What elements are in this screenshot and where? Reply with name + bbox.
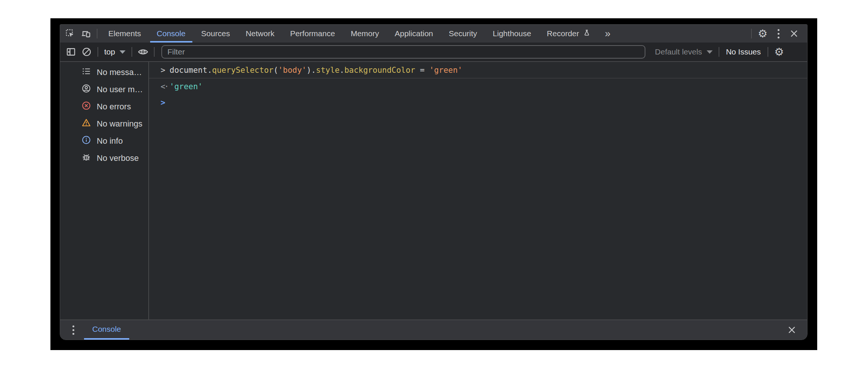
drawer-kebab-icon [66, 325, 80, 335]
tabbar-right-controls: ⚙ [748, 25, 807, 43]
console-main: No messa… No user m… [60, 62, 807, 319]
eye-icon [137, 46, 149, 57]
prompt-chevron-icon: > [161, 98, 170, 107]
tab-application[interactable]: Application [387, 25, 441, 43]
close-icon [789, 29, 799, 38]
divider [97, 47, 98, 57]
console-settings-button[interactable]: ⚙ [771, 47, 787, 57]
customize-kebab-icon [778, 29, 779, 38]
clear-console-icon [81, 47, 92, 57]
divider [768, 47, 768, 57]
issues-counter[interactable]: No Issues [722, 47, 765, 56]
error-icon [81, 101, 91, 113]
filter-input[interactable] [161, 45, 645, 59]
console-sidebar-toggle-icon [66, 47, 76, 57]
settings-gear-icon: ⚙ [758, 28, 768, 39]
drawer-right-controls [784, 320, 807, 340]
divider [97, 29, 97, 38]
drawer-close-icon [787, 325, 797, 335]
sidebar-item-info[interactable]: No info [60, 132, 148, 150]
page: Elements Console Sources Network Perform… [0, 0, 868, 365]
chevron-down-icon [707, 50, 713, 54]
settings-gear-icon: ⚙ [774, 47, 784, 57]
divider [154, 47, 155, 57]
sidebar-item-verbose[interactable]: No verbose [60, 150, 148, 167]
drawer-close-button[interactable] [784, 325, 800, 335]
window-frame: Elements Console Sources Network Perform… [50, 18, 817, 350]
tab-console[interactable]: Console [149, 25, 193, 43]
console-messages: > document.querySelector('body').style.b… [149, 62, 807, 319]
sidebar-item-errors[interactable]: No errors [60, 98, 148, 115]
user-messages-icon [81, 84, 91, 96]
customize-devtools-button[interactable] [771, 25, 786, 43]
device-toolbar-button[interactable] [78, 25, 94, 43]
console-command-row: > document.querySelector('body').style.b… [149, 62, 807, 78]
result-arrow-icon: <· [161, 82, 170, 91]
tab-network[interactable]: Network [238, 25, 282, 43]
chevron-down-icon [120, 50, 125, 54]
settings-button[interactable]: ⚙ [755, 25, 771, 43]
device-toolbar-icon [81, 28, 91, 39]
console-sidebar: No messa… No user m… [60, 62, 149, 319]
close-devtools-button[interactable] [786, 25, 802, 43]
inspect-cursor-icon [65, 28, 75, 39]
divider [751, 29, 752, 38]
clear-console-button[interactable] [79, 47, 94, 57]
tab-elements[interactable]: Elements [100, 25, 149, 43]
divider [131, 47, 132, 57]
live-expression-button[interactable] [135, 46, 151, 57]
tab-memory[interactable]: Memory [343, 25, 387, 43]
chevron-double-right-icon: » [605, 28, 610, 40]
tab-performance[interactable]: Performance [282, 25, 343, 43]
console-prompt-row[interactable]: > [149, 94, 807, 110]
flask-icon [583, 29, 591, 39]
tab-recorder[interactable]: Recorder [539, 25, 599, 43]
tab-security[interactable]: Security [441, 25, 485, 43]
verbose-bug-icon [81, 152, 91, 164]
drawer-menu-button[interactable] [65, 320, 81, 340]
divider [719, 47, 719, 57]
console-result-row: <· 'green' [149, 78, 807, 94]
console-toolbar: top Default levels [60, 43, 807, 62]
log-levels-selector[interactable]: Default levels [652, 47, 716, 56]
console-sidebar-toggle-button[interactable] [63, 47, 79, 57]
list-messages-icon [81, 66, 91, 78]
warning-icon [81, 118, 91, 130]
console-command-text: document.querySelector('body').style.bac… [170, 66, 462, 75]
command-chevron-icon: > [161, 66, 170, 75]
info-icon [81, 135, 91, 147]
more-panels-button[interactable]: » [599, 25, 616, 43]
panel-tabbar: Elements Console Sources Network Perform… [60, 25, 807, 43]
devtools-window: Elements Console Sources Network Perform… [60, 24, 807, 340]
sidebar-item-user-messages[interactable]: No user m… [60, 81, 148, 98]
drawer-tab-console[interactable]: Console [84, 320, 129, 340]
inspect-element-button[interactable] [62, 25, 78, 43]
tab-sources[interactable]: Sources [193, 25, 238, 43]
console-result-value: 'green' [170, 82, 203, 91]
drawer-toolbar: Console [60, 319, 807, 340]
sidebar-item-warnings[interactable]: No warnings [60, 115, 148, 132]
context-selector[interactable]: top [101, 47, 128, 56]
sidebar-item-all-messages[interactable]: No messa… [60, 64, 148, 81]
tab-lighthouse[interactable]: Lighthouse [485, 25, 539, 43]
